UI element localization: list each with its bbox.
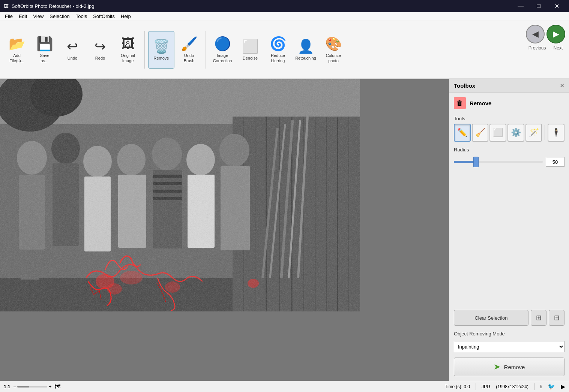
clear-selection-button[interactable]: Clear Selection [454, 310, 528, 326]
toolbar-denoise[interactable]: ⬜ Denoise [237, 31, 263, 69]
reduce-blurring-label: Reduceblurring [271, 53, 285, 63]
previous-button[interactable]: ◀ [526, 25, 545, 43]
toolbar-separator-1 [144, 31, 145, 69]
photo-container [0, 79, 449, 381]
svg-rect-46 [0, 79, 360, 311]
menu-edit[interactable]: Edit [16, 12, 30, 20]
nav-icon: 🗺 [54, 383, 60, 390]
settings-tool-btn[interactable]: ⚙️ [507, 124, 524, 142]
nav-area: ◀ ▶ Previous Next [526, 25, 565, 51]
app-icon: 🖼 [4, 3, 9, 9]
remove-icon: 🗑️ [153, 39, 170, 54]
tools-label: Tools [454, 116, 564, 121]
toolbar-retouching[interactable]: 👤 Retouching [293, 31, 319, 69]
remove-action-button[interactable]: ➤ Remove [454, 358, 564, 376]
remove-section-header: 🗑 Remove [454, 97, 564, 109]
menu-file[interactable]: File [2, 12, 16, 20]
menu-selection[interactable]: Selection [47, 12, 72, 20]
menu-softorbits[interactable]: SoftOrbits [90, 12, 118, 20]
toolbox-spacer [454, 172, 564, 305]
status-sep-2 [534, 383, 534, 390]
next-label: Next [554, 45, 563, 51]
remove-section-title: Remove [470, 100, 491, 106]
previous-label: Previous [528, 45, 546, 51]
zoom-slider[interactable]: − + [13, 384, 51, 389]
radius-slider-thumb[interactable] [473, 157, 479, 167]
colorize-icon: 🎨 [325, 36, 342, 52]
toolbar-redo[interactable]: ↪ Redo [87, 31, 113, 69]
maximize-button[interactable]: □ [530, 0, 547, 12]
toolbox-close-button[interactable]: ✕ [560, 82, 564, 89]
original-image-icon: 🖼 [121, 36, 135, 52]
tools-row: ✏️ 🧹 ⬜ ⚙️ 🪄 🕴 [454, 124, 564, 142]
denoise-label: Denoise [243, 56, 258, 61]
toolbar: 📂 AddFile(s)... 💾 Saveas... ↩ Undo ↪ Red… [0, 21, 569, 79]
remove-action-label: Remove [504, 364, 525, 370]
window-controls: — □ ✕ [512, 0, 565, 12]
denoise-icon: ⬜ [242, 39, 259, 54]
remove-label: Remove [154, 56, 169, 61]
toolbar-undo-brush[interactable]: 🖌️ UndoBrush [176, 31, 202, 69]
social-youtube-icon[interactable]: ▶ [561, 383, 565, 390]
redo-label: Redo [95, 56, 105, 61]
toolbar-colorize-photo[interactable]: 🎨 Colorizephoto [320, 31, 347, 69]
toolbar-reduce-blurring[interactable]: 🌀 Reduceblurring [265, 31, 291, 69]
radius-slider-track[interactable] [454, 161, 543, 163]
radius-slider-fill [454, 161, 476, 163]
toolbox-body: 🗑 Remove Tools ✏️ 🧹 ⬜ ⚙️ 🪄 🕴 Radius [449, 93, 569, 381]
file-format: JPG [482, 384, 490, 389]
mode-select[interactable]: Inpainting Content-Aware Fill Solid Colo… [454, 341, 564, 352]
zoom-minus-icon[interactable]: − [13, 384, 16, 389]
mode-label: Object Removing Mode [454, 331, 564, 337]
eraser-tool-btn[interactable]: 🧹 [472, 124, 489, 142]
photo-svg [0, 79, 360, 311]
image-dimensions: (1998x1312x24) [496, 384, 528, 389]
nav-arrows: ◀ ▶ [526, 25, 565, 43]
zoom-level: 1:1 [4, 384, 10, 389]
person-tool-btn[interactable]: 🕴 [548, 124, 564, 142]
menu-tools[interactable]: Tools [73, 12, 90, 20]
undo-brush-label: UndoBrush [184, 53, 195, 63]
zoom-plus-icon[interactable]: + [49, 384, 51, 389]
reduce-blurring-icon: 🌀 [270, 36, 287, 52]
invert-selection-icon-btn[interactable]: ⊟ [549, 310, 564, 326]
mini-slider-fill [17, 386, 29, 388]
toolbar-original-image[interactable]: 🖼 OriginalImage [115, 31, 141, 69]
toolbox-header: Toolbox ✕ [449, 79, 569, 93]
close-button[interactable]: ✕ [548, 0, 565, 12]
info-icon[interactable]: ℹ [540, 384, 542, 389]
radius-section: Radius [454, 147, 564, 167]
save-as-icon: 💾 [36, 36, 53, 52]
undo-label: Undo [68, 56, 77, 61]
menu-help[interactable]: Help [118, 12, 134, 20]
add-files-label: AddFile(s)... [9, 53, 24, 63]
mini-slider-track[interactable] [17, 386, 47, 388]
magic-wand-tool-btn[interactable]: 🪄 [525, 124, 542, 142]
image-area[interactable] [0, 79, 449, 381]
retouching-icon: 👤 [297, 39, 314, 54]
pencil-tool-btn[interactable]: ✏️ [454, 124, 471, 142]
image-correction-label: ImageCorrection [213, 53, 232, 63]
radius-input[interactable] [546, 157, 564, 167]
menu-view[interactable]: View [30, 12, 47, 20]
toolbar-add-files[interactable]: 📂 AddFile(s)... [4, 31, 30, 69]
save-as-label: Saveas... [40, 53, 49, 63]
retouching-label: Retouching [295, 56, 316, 61]
toolbar-undo[interactable]: ↩ Undo [59, 31, 86, 69]
title-bar: 🖼 SoftOrbits Photo Retoucher - old-2.jpg… [0, 0, 569, 12]
toolbox-title: Toolbox [454, 82, 475, 89]
status-right: Time (s): 0.0 JPG (1998x1312x24) ℹ 🐦 ▶ [445, 383, 565, 390]
minimize-button[interactable]: — [512, 0, 529, 12]
social-twitter-icon[interactable]: 🐦 [548, 383, 555, 390]
tools-section: Tools ✏️ 🧹 ⬜ ⚙️ 🪄 🕴 [454, 116, 564, 142]
status-bar: 1:1 − + 🗺 Time (s): 0.0 JPG (1998x1312x2… [0, 381, 569, 392]
toolbar-remove[interactable]: 🗑️ Remove [148, 31, 174, 69]
select-all-icon-btn[interactable]: ⊞ [531, 310, 546, 326]
tools-separator [545, 125, 545, 140]
toolbar-save-as[interactable]: 💾 Saveas... [32, 31, 58, 69]
rect-select-tool-btn[interactable]: ⬜ [489, 124, 506, 142]
toolbar-image-correction[interactable]: 🔵 ImageCorrection [209, 31, 236, 69]
next-button[interactable]: ▶ [546, 25, 565, 43]
undo-icon: ↩ [67, 39, 78, 54]
nav-labels: Previous Next [528, 45, 563, 51]
